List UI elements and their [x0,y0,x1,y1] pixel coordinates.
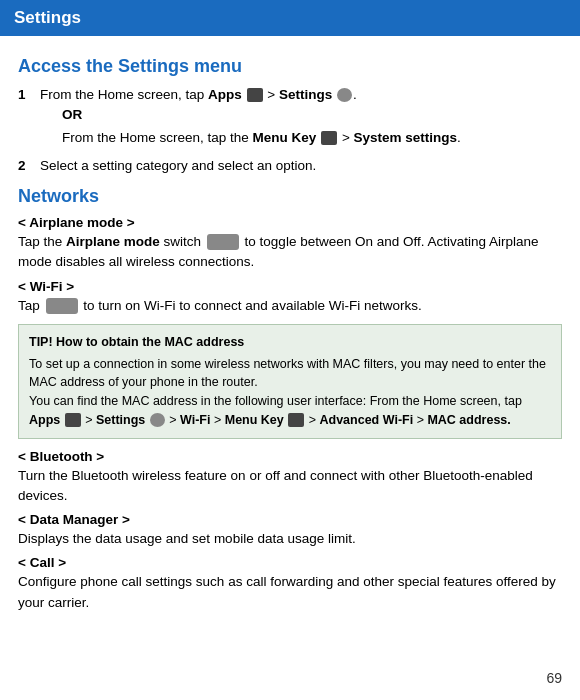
step-1-line2: From the Home screen, tap the Menu Key >… [62,128,562,148]
step-1: 1 From the Home screen, tap Apps > Setti… [18,85,562,152]
bluetooth-section: < Bluetooth > Turn the Bluetooth wireles… [18,449,562,507]
wifi-section: < Wi-Fi > Tap to turn on Wi-Fi to connec… [18,279,562,316]
airplane-mode-text: Tap the Airplane mode switch to toggle b… [18,232,562,273]
airplane-mode-section: < Airplane mode > Tap the Airplane mode … [18,215,562,273]
data-manager-heading: < Data Manager > [18,512,562,527]
header-title: Settings [14,8,81,27]
bluetooth-text: Turn the Bluetooth wireless feature on o… [18,466,562,507]
tip-title: TIP! How to obtain the MAC address [29,333,551,352]
bluetooth-heading: < Bluetooth > [18,449,562,464]
step-1-num: 1 [18,85,36,152]
access-section-title: Access the Settings menu [18,56,562,77]
data-manager-section: < Data Manager > Displays the data usage… [18,512,562,549]
wifi-heading: < Wi-Fi > [18,279,562,294]
call-text: Configure phone call settings such as ca… [18,572,562,613]
data-manager-text: Displays the data usage and set mobile d… [18,529,562,549]
step-2: 2 Select a setting category and select a… [18,156,562,176]
step-2-text: Select a setting category and select an … [40,158,316,173]
tip-text-2: You can find the MAC address in the foll… [29,392,551,430]
airplane-mode-heading: < Airplane mode > [18,215,562,230]
step-2-content: Select a setting category and select an … [40,156,562,176]
step-1-content: From the Home screen, tap Apps > Setting… [40,85,562,152]
call-heading: < Call > [18,555,562,570]
access-section: Access the Settings menu 1 From the Home… [18,56,562,176]
step-1-line1: From the Home screen, tap Apps > Setting… [40,87,357,102]
call-section: < Call > Configure phone call settings s… [18,555,562,613]
page-number: 69 [546,670,562,686]
header-bar: Settings [0,0,580,36]
step-1-or: OR [62,105,562,125]
wifi-text: Tap to turn on Wi-Fi to connect and avai… [18,296,562,316]
networks-title: Networks [18,186,562,207]
tip-text-1: To set up a connection in some wireless … [29,355,551,393]
step-2-num: 2 [18,156,36,176]
networks-section: Networks < Airplane mode > Tap the Airpl… [18,186,562,613]
tip-box: TIP! How to obtain the MAC address To se… [18,324,562,439]
